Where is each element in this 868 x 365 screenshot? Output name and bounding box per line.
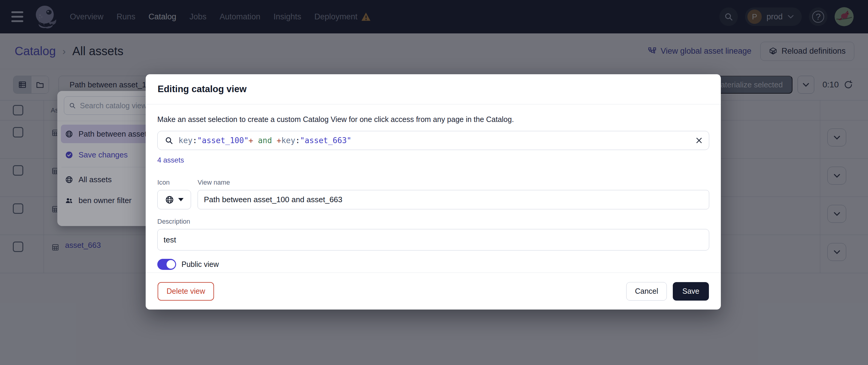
search-icon bbox=[165, 136, 173, 145]
asset-selection-field[interactable]: key:"asset_100"+ and +key:"asset_663" bbox=[157, 131, 709, 150]
dialog-footer: Delete view Cancel Save bbox=[146, 272, 721, 309]
description-label: Description bbox=[157, 218, 709, 226]
cancel-button[interactable]: Cancel bbox=[626, 282, 667, 301]
delete-view-button[interactable]: Delete view bbox=[158, 282, 214, 301]
view-icon-picker[interactable] bbox=[157, 190, 191, 209]
description-field-group: Description bbox=[157, 218, 709, 251]
icon-label: Icon bbox=[157, 178, 191, 187]
dialog-description: Make an asset selection to create a cust… bbox=[157, 115, 709, 124]
app-screen: Overview Runs Catalog Jobs Automation In… bbox=[0, 0, 868, 365]
asset-selection-query[interactable]: key:"asset_100"+ and +key:"asset_663" bbox=[179, 136, 690, 145]
public-view-label: Public view bbox=[182, 260, 219, 269]
assets-count-link[interactable]: 4 assets bbox=[157, 156, 184, 164]
view-name-field-group: View name bbox=[197, 178, 709, 209]
description-input[interactable] bbox=[157, 229, 709, 251]
dialog-title: Editing catalog view bbox=[158, 84, 247, 95]
caret-down-icon bbox=[178, 198, 184, 201]
globe-icon bbox=[165, 195, 174, 204]
dialog-header: Editing catalog view bbox=[146, 74, 721, 104]
toggle-knob bbox=[166, 259, 176, 269]
public-view-toggle[interactable] bbox=[157, 259, 176, 270]
icon-field-group: Icon bbox=[157, 178, 191, 209]
view-name-input[interactable] bbox=[197, 190, 709, 209]
view-name-label: View name bbox=[197, 178, 709, 187]
clear-selection-icon[interactable] bbox=[695, 137, 703, 144]
editing-catalog-view-dialog: Editing catalog view Make an asset selec… bbox=[146, 74, 721, 309]
save-button[interactable]: Save bbox=[673, 282, 709, 301]
